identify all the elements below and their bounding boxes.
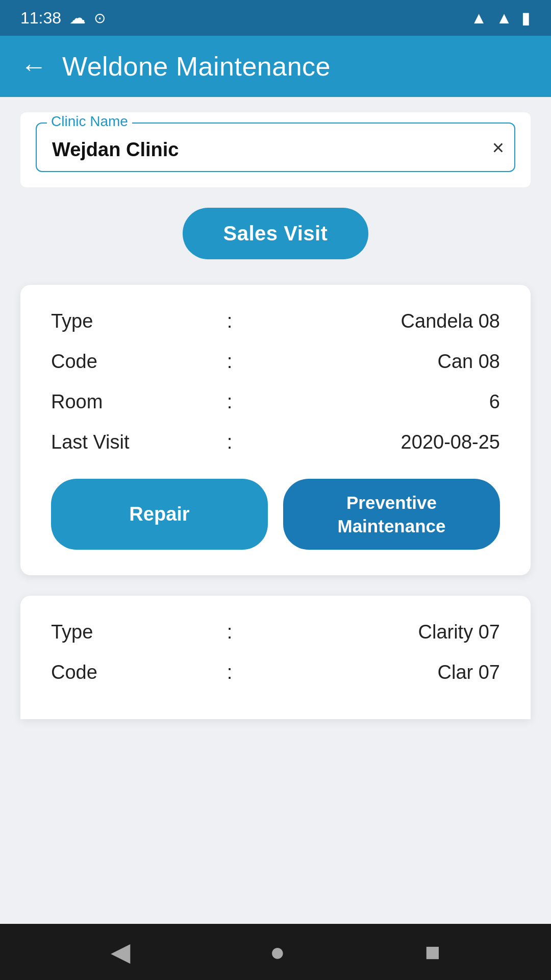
sales-visit-button[interactable]: Sales Visit [183, 208, 369, 259]
status-bar-right: ▲ ▲ ▮ [471, 8, 531, 28]
type-row-2: Type : Clarity 07 [51, 621, 500, 643]
repair-button[interactable]: Repair [51, 479, 268, 550]
code-value: Can 08 [245, 351, 500, 373]
battery-icon: ▮ [521, 8, 531, 28]
last-visit-label: Last Visit [51, 431, 214, 453]
main-content: Clinic Name Wejdan Clinic × Sales Visit … [0, 97, 551, 924]
type-row: Type : Candela 08 [51, 310, 500, 332]
room-colon: : [214, 391, 245, 413]
nav-bar: ◀ ● ■ [0, 924, 551, 980]
at-icon: ⊙ [94, 10, 106, 27]
nav-recents-button[interactable]: ■ [425, 937, 440, 967]
room-label: Room [51, 391, 214, 413]
code-value-2: Clar 07 [245, 662, 500, 683]
code-label: Code [51, 351, 214, 373]
last-visit-colon: : [214, 431, 245, 453]
status-bar: 11:38 ☁ ⊙ ▲ ▲ ▮ [0, 0, 551, 36]
code-colon: : [214, 351, 245, 373]
clinic-name-wrapper: Clinic Name Wejdan Clinic × [20, 112, 531, 187]
nav-home-button[interactable]: ● [270, 937, 285, 967]
sales-visit-container: Sales Visit [20, 208, 531, 259]
last-visit-value: 2020-08-25 [245, 431, 500, 453]
nav-back-button[interactable]: ◀ [111, 937, 130, 967]
code-row: Code : Can 08 [51, 351, 500, 373]
back-button[interactable]: ← [20, 53, 47, 80]
wifi-icon: ▲ [471, 9, 487, 28]
type-label: Type [51, 310, 214, 332]
clinic-name-field: Clinic Name Wejdan Clinic × [36, 122, 515, 172]
code-colon-2: : [214, 662, 245, 683]
type-value: Candela 08 [245, 310, 500, 332]
code-label-2: Code [51, 662, 214, 683]
type-colon-2: : [214, 621, 245, 643]
preventive-maintenance-button[interactable]: Preventive Maintenance [283, 479, 500, 550]
status-bar-left: 11:38 ☁ ⊙ [20, 8, 106, 28]
clinic-name-label: Clinic Name [47, 113, 132, 130]
last-visit-row: Last Visit : 2020-08-25 [51, 431, 500, 453]
app-bar: ← Weldone Maintenance [0, 36, 551, 97]
cloud-icon: ☁ [69, 8, 86, 28]
card-1-buttons: Repair Preventive Maintenance [51, 479, 500, 550]
signal-icon: ▲ [496, 9, 512, 28]
device-card-1: Type : Candela 08 Code : Can 08 Room : 6… [20, 285, 531, 575]
type-colon: : [214, 310, 245, 332]
type-value-2: Clarity 07 [245, 621, 500, 643]
room-value: 6 [245, 391, 500, 413]
clear-clinic-button[interactable]: × [492, 137, 504, 158]
app-bar-title: Weldone Maintenance [62, 51, 331, 82]
time-display: 11:38 [20, 9, 61, 28]
type-label-2: Type [51, 621, 214, 643]
code-row-2: Code : Clar 07 [51, 662, 500, 683]
clinic-name-value: Wejdan Clinic [52, 139, 179, 160]
room-row: Room : 6 [51, 391, 500, 413]
device-card-2: Type : Clarity 07 Code : Clar 07 [20, 596, 531, 719]
